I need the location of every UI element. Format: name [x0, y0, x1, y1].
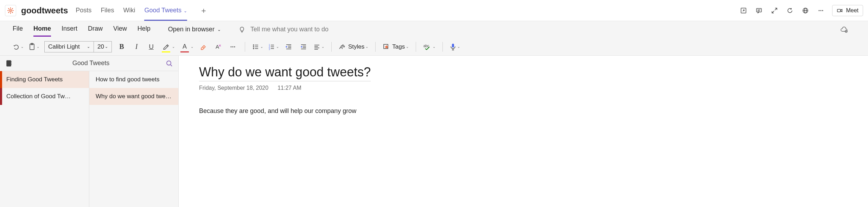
- expand-icon[interactable]: [770, 6, 779, 15]
- indent-icon: [300, 43, 307, 50]
- page-meta: Friday, September 18, 2020 11:27 AM: [199, 85, 848, 91]
- svg-point-26: [231, 46, 232, 47]
- refresh-icon[interactable]: [786, 6, 794, 15]
- font-name-select[interactable]: Calibri Light ⌄: [45, 42, 94, 52]
- svg-point-18: [822, 10, 823, 11]
- svg-point-31: [253, 46, 254, 47]
- ribbon-tab-home[interactable]: Home: [33, 25, 51, 34]
- bullet-list-button[interactable]: ⌄: [252, 43, 263, 50]
- eraser-icon: [199, 43, 207, 51]
- page-label: How to find good tweets: [96, 76, 159, 83]
- page-item[interactable]: How to find good tweets: [89, 71, 178, 88]
- cloud-sync-icon[interactable]: [840, 25, 848, 34]
- svg-line-62: [171, 65, 172, 66]
- lightbulb-icon: [238, 26, 245, 33]
- notebook-sidebar: Good Tweets Finding Good Tweets Collecti…: [0, 56, 179, 207]
- sidebar-columns: Finding Good Tweets Collection of Good T…: [0, 71, 178, 207]
- tab-good-tweets[interactable]: Good Tweets⌄: [144, 0, 187, 20]
- page-item[interactable]: Why do we want good twe…: [89, 88, 178, 105]
- page-date: Friday, September 18, 2020: [199, 85, 268, 91]
- ribbon-tab-help[interactable]: Help: [138, 25, 151, 34]
- formatting-toolbar: ⌄ ⌄ Calibri Light ⌄ 20 ⌄ B I U ⌄ A ⌄ A✕: [0, 38, 868, 56]
- chevron-down-icon: ⌄: [321, 45, 324, 49]
- styles-button[interactable]: A Styles ⌄: [339, 43, 368, 50]
- svg-text:abc: abc: [423, 44, 429, 48]
- svg-rect-19: [837, 9, 841, 12]
- top-tabs: Posts Files Wiki Good Tweets⌄ ＋: [76, 0, 208, 20]
- globe-icon[interactable]: [801, 6, 810, 15]
- undo-button[interactable]: ⌄: [13, 43, 24, 50]
- underline-button[interactable]: U: [146, 41, 156, 52]
- svg-line-6: [12, 12, 13, 13]
- team-name: goodtweets: [21, 6, 68, 15]
- indent-button[interactable]: [299, 41, 308, 52]
- align-button[interactable]: ⌄: [313, 43, 324, 50]
- bold-button[interactable]: B: [117, 41, 127, 52]
- svg-point-16: [819, 10, 820, 11]
- notebook-icon[interactable]: [6, 60, 12, 67]
- ribbon-tab-draw[interactable]: Draw: [88, 25, 103, 34]
- page-body[interactable]: Because they are good, and will help our…: [199, 107, 848, 115]
- italic-button[interactable]: I: [132, 41, 141, 52]
- svg-line-7: [12, 8, 13, 9]
- tags-label: Tags: [392, 43, 405, 50]
- svg-text:✕: ✕: [218, 44, 221, 48]
- tab-posts[interactable]: Posts: [76, 0, 91, 20]
- svg-point-61: [167, 61, 171, 65]
- chat-icon[interactable]: [755, 6, 763, 15]
- paste-button[interactable]: ⌄: [28, 43, 39, 51]
- microphone-icon: [450, 43, 456, 51]
- tell-me-search[interactable]: [238, 26, 356, 33]
- page-canvas[interactable]: Why do we want good tweets? Friday, Sept…: [179, 56, 868, 207]
- page-title[interactable]: Why do we want good tweets?: [199, 65, 371, 81]
- chevron-down-icon: ⌄: [217, 27, 221, 32]
- svg-point-29: [253, 45, 254, 45]
- tag-icon: [383, 43, 390, 50]
- search-button[interactable]: [166, 60, 173, 67]
- open-in-browser-button[interactable]: Open in browser ⌄: [168, 26, 221, 33]
- section-item[interactable]: Finding Good Tweets: [0, 71, 89, 88]
- font-size-select[interactable]: 20 ⌄: [94, 42, 111, 52]
- tab-wiki[interactable]: Wiki: [123, 0, 135, 20]
- highlight-button[interactable]: ⌄: [161, 41, 175, 52]
- content-area: Good Tweets Finding Good Tweets Collecti…: [0, 56, 868, 207]
- section-label: Collection of Good Tw…: [6, 93, 71, 100]
- popout-icon[interactable]: [739, 6, 748, 15]
- svg-point-0: [10, 10, 12, 11]
- ribbon-tab-view[interactable]: View: [113, 25, 127, 34]
- chevron-down-icon: ⌄: [184, 8, 187, 13]
- svg-point-27: [232, 46, 234, 47]
- svg-rect-10: [757, 8, 761, 12]
- ribbon-tab-insert[interactable]: Insert: [62, 25, 77, 34]
- font-color-button[interactable]: A ⌄: [180, 41, 193, 52]
- section-color-indicator: [0, 88, 2, 105]
- font-name-value: Calibri Light: [48, 43, 80, 50]
- open-in-browser-label: Open in browser: [168, 26, 215, 33]
- svg-point-17: [821, 10, 822, 11]
- chevron-down-icon: ⌄: [276, 45, 279, 49]
- spellcheck-button[interactable]: abc ⌄: [423, 43, 435, 50]
- tell-me-input[interactable]: [250, 26, 356, 33]
- more-formatting-button[interactable]: [228, 41, 238, 52]
- tab-files[interactable]: Files: [101, 0, 114, 20]
- svg-rect-57: [7, 61, 11, 66]
- chevron-down-icon: ⌄: [365, 45, 368, 49]
- meet-button[interactable]: Meet: [832, 5, 863, 16]
- numbered-list-icon: 123: [268, 43, 275, 50]
- format-painter-button[interactable]: A✕: [213, 41, 223, 52]
- outdent-button[interactable]: [284, 41, 294, 52]
- chevron-down-icon: ⌄: [260, 45, 263, 49]
- dictate-button[interactable]: ⌄: [450, 43, 460, 51]
- chevron-down-icon: ⌄: [191, 45, 193, 49]
- tags-button[interactable]: Tags ⌄: [383, 43, 409, 50]
- bullet-list-icon: [252, 43, 259, 50]
- numbered-list-button[interactable]: 123 ⌄: [268, 43, 279, 50]
- svg-line-5: [8, 8, 9, 9]
- clear-formatting-button[interactable]: [198, 41, 208, 52]
- more-icon[interactable]: [817, 6, 825, 15]
- ribbon-tab-file[interactable]: File: [13, 25, 23, 34]
- add-tab-button[interactable]: ＋: [200, 5, 208, 16]
- spellcheck-icon: abc: [423, 43, 432, 50]
- section-item[interactable]: Collection of Good Tw…: [0, 88, 89, 105]
- font-size-value: 20: [97, 43, 104, 50]
